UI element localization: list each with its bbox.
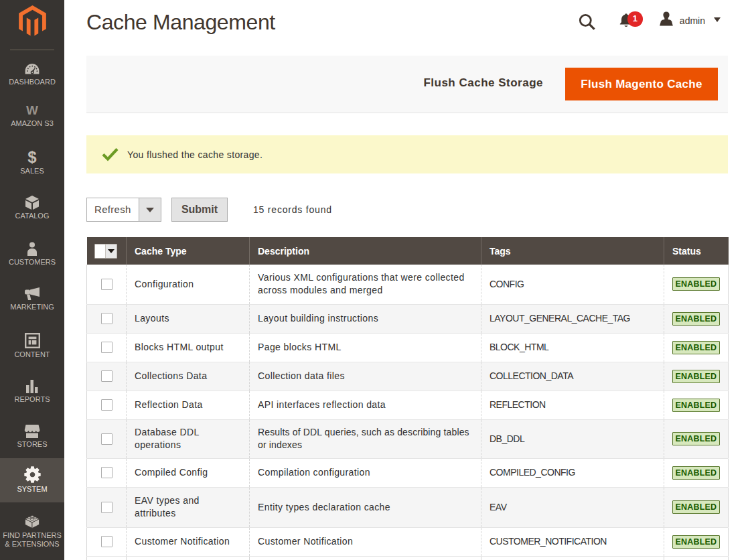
svg-text:$: $	[27, 150, 37, 165]
svg-text:W: W	[26, 104, 38, 117]
